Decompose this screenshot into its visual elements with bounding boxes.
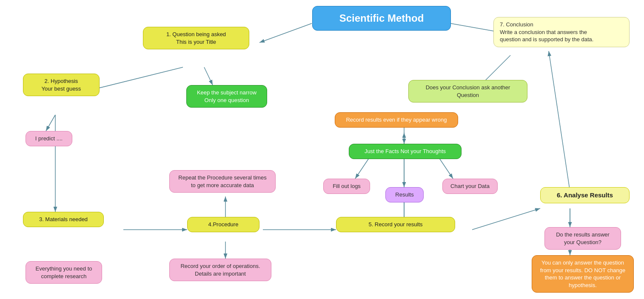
repeat-node: Repeat the Procedure several times to ge… (169, 170, 276, 193)
materials-node: 3. Materials needed (23, 212, 104, 227)
record-results-node: 5. Record your results (336, 217, 455, 232)
do-results-node: Do the results answer your Question? (544, 227, 621, 250)
question-node: 1. Question being asked This is your Tit… (143, 27, 249, 49)
svg-line-5 (46, 115, 55, 131)
svg-line-4 (204, 67, 213, 85)
keep-subject-node: Keep the subject narrow Only one questio… (186, 85, 267, 108)
hypothesis-node: 2. Hypothesis Your best guess (23, 74, 100, 96)
svg-line-20 (549, 51, 570, 191)
procedure-node: 4.Procedure (187, 217, 259, 232)
record-even-node: Record results even if they appear wrong (335, 112, 458, 128)
everything-node: Everything you need to complete research (26, 261, 102, 284)
conclusion-node: 7. Conclusion Write a conclusion that an… (493, 17, 630, 47)
just-facts-node: Just the Facts Not your Thoughts (349, 144, 462, 159)
fill-logs-node: Fill out logs (323, 179, 370, 194)
svg-line-3 (85, 67, 183, 91)
does-conclusion-node: Does your Conclusion ask another Questio… (408, 80, 527, 103)
record-order-node: Record your order of operations. Details… (169, 259, 271, 281)
svg-line-1 (259, 23, 312, 43)
i-predict-node: I predict .... (26, 131, 72, 146)
you-can-only-node: You can only answer the question from yo… (532, 255, 634, 293)
svg-line-15 (438, 157, 453, 179)
analyse-node: 6. Analyse Results (540, 187, 630, 203)
scientific-method-title: Scientific Method (312, 6, 451, 31)
svg-line-17 (472, 208, 540, 230)
chart-data-node: Chart your Data (442, 179, 498, 194)
svg-line-13 (355, 157, 370, 179)
results-node: Results (385, 187, 424, 202)
